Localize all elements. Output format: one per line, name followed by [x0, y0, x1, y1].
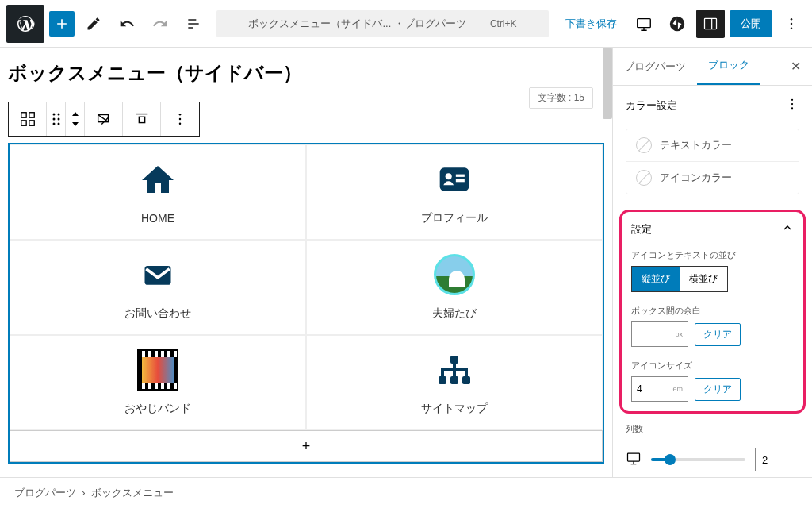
sitemap-icon — [434, 349, 475, 391]
toggle-horizontal[interactable]: 横並び — [680, 267, 727, 291]
svg-point-31 — [791, 103, 793, 105]
svg-rect-27 — [439, 376, 446, 384]
block-type-icon[interactable] — [9, 102, 47, 136]
more-options-icon[interactable] — [777, 10, 806, 38]
redo-icon[interactable] — [146, 10, 174, 38]
preview-desktop-icon[interactable] — [630, 10, 658, 38]
more-icon[interactable] — [785, 97, 799, 114]
color-section-title: カラー設定 — [626, 98, 677, 113]
gap-label: ボックス間の余白 — [631, 305, 794, 317]
svg-point-15 — [57, 123, 59, 125]
box-item-contact[interactable]: お問い合わせ — [10, 240, 306, 335]
box-menu-block[interactable]: HOME プロフィール お問い合わせ 夫婦たび おやじバンド — [8, 143, 604, 464]
document-title-bar[interactable]: ボックスメニュー（サイドバ... ・ブログパーツ Ctrl+K — [216, 10, 548, 37]
svg-rect-0 — [638, 18, 651, 27]
style-icon[interactable] — [85, 102, 123, 136]
svg-point-13 — [57, 118, 59, 121]
align-icon[interactable] — [123, 102, 161, 136]
editor-scrollbar[interactable] — [603, 48, 612, 119]
box-item-profile[interactable]: プロフィール — [306, 144, 603, 240]
columns-desktop-row: 2 — [613, 443, 812, 476]
breadcrumb-parent[interactable]: ブログパーツ — [14, 487, 76, 498]
tab-block[interactable]: ブロック — [697, 48, 760, 85]
alignment-toggle: 縦並び 横並び — [631, 266, 728, 292]
svg-point-20 — [179, 123, 182, 125]
home-icon — [137, 160, 178, 201]
edit-icon[interactable] — [79, 10, 108, 38]
drag-handle-icon[interactable] — [47, 102, 66, 136]
svg-point-22 — [446, 173, 452, 179]
box-label: サイトマップ — [421, 402, 488, 416]
photo-icon — [434, 254, 475, 295]
columns-desktop-input[interactable]: 2 — [755, 448, 799, 471]
svg-rect-2 — [705, 18, 717, 29]
gap-input[interactable]: px — [631, 321, 688, 347]
settings-sidebar-toggle[interactable] — [696, 10, 725, 38]
editor-canvas: ボックスメニュー（サイドバー） 文字数 : 15 HOME プロフィール — [0, 48, 612, 492]
publish-button[interactable]: 公開 — [730, 10, 772, 37]
box-item-travel[interactable]: 夫婦たび — [306, 240, 603, 335]
svg-point-5 — [791, 27, 793, 29]
svg-rect-28 — [450, 376, 458, 384]
undo-icon[interactable] — [113, 10, 141, 38]
shortcut-hint: Ctrl+K — [490, 18, 517, 29]
move-arrows-icon[interactable] — [66, 102, 85, 136]
svg-point-30 — [791, 99, 793, 101]
svg-rect-25 — [145, 266, 171, 285]
svg-rect-8 — [21, 121, 25, 125]
box-item-band[interactable]: おやじバンド — [10, 335, 306, 430]
settings-section-title: 設定 — [631, 222, 652, 237]
box-item-sitemap[interactable]: サイトマップ — [306, 335, 603, 430]
svg-point-3 — [791, 17, 793, 20]
icon-color-row[interactable]: アイコンカラー — [626, 162, 799, 194]
svg-point-10 — [52, 114, 55, 116]
box-label: お問い合わせ — [124, 306, 191, 321]
settings-highlight: 設定 アイコンとテキストの並び 縦並び 横並び ボックス間の余白 px クリア … — [619, 210, 806, 414]
box-label: おやじバンド — [124, 402, 191, 416]
list-view-icon[interactable] — [179, 10, 208, 38]
svg-point-4 — [791, 22, 793, 25]
svg-point-11 — [57, 114, 59, 116]
svg-rect-17 — [139, 117, 144, 122]
close-sidebar-icon[interactable]: ✕ — [779, 59, 812, 74]
box-label: プロフィール — [421, 211, 488, 225]
svg-point-12 — [52, 118, 55, 121]
add-box-button[interactable]: + — [10, 430, 603, 462]
jetpack-icon[interactable] — [663, 10, 691, 38]
color-swatch-icon — [636, 137, 652, 153]
svg-point-14 — [52, 123, 55, 125]
svg-rect-29 — [462, 376, 470, 384]
tab-blog-parts[interactable]: ブログパーツ — [613, 48, 697, 85]
icon-size-input[interactable]: 4em — [631, 376, 688, 402]
svg-rect-23 — [456, 175, 465, 177]
settings-sidebar: ブログパーツ ブロック ✕ カラー設定 テキストカラー アイコンカラー 設定 ア… — [612, 48, 812, 492]
columns-label: 列数 — [626, 423, 799, 435]
box-item-home[interactable]: HOME — [10, 144, 306, 240]
page-title[interactable]: ボックスメニュー（サイドバー） — [8, 60, 604, 86]
color-swatch-icon — [636, 170, 652, 186]
film-icon — [137, 349, 178, 391]
toggle-vertical[interactable]: 縦並び — [632, 267, 680, 291]
svg-point-32 — [791, 107, 793, 109]
block-toolbar — [8, 102, 200, 137]
text-color-row[interactable]: テキストカラー — [626, 129, 799, 162]
wordpress-logo[interactable] — [6, 5, 44, 43]
svg-rect-7 — [29, 113, 33, 117]
sidebar-tabs: ブログパーツ ブロック ✕ — [613, 48, 812, 86]
svg-rect-26 — [450, 356, 458, 364]
svg-point-1 — [670, 16, 684, 30]
desktop-icon — [626, 450, 642, 469]
breadcrumb: ブログパーツ › ボックスメニュー — [0, 477, 812, 508]
more-toolbar-icon[interactable] — [161, 102, 199, 136]
box-label: 夫婦たび — [432, 306, 477, 321]
add-block-button[interactable] — [49, 11, 75, 37]
svg-point-19 — [179, 118, 182, 121]
mail-icon — [137, 254, 178, 295]
save-draft-button[interactable]: 下書き保存 — [557, 17, 625, 31]
clear-gap-button[interactable]: クリア — [695, 323, 741, 346]
clear-icon-size-button[interactable]: クリア — [695, 378, 741, 401]
svg-rect-9 — [29, 121, 33, 125]
breadcrumb-current[interactable]: ボックスメニュー — [91, 487, 174, 498]
columns-slider[interactable] — [651, 458, 745, 461]
chevron-up-icon[interactable] — [781, 221, 794, 237]
